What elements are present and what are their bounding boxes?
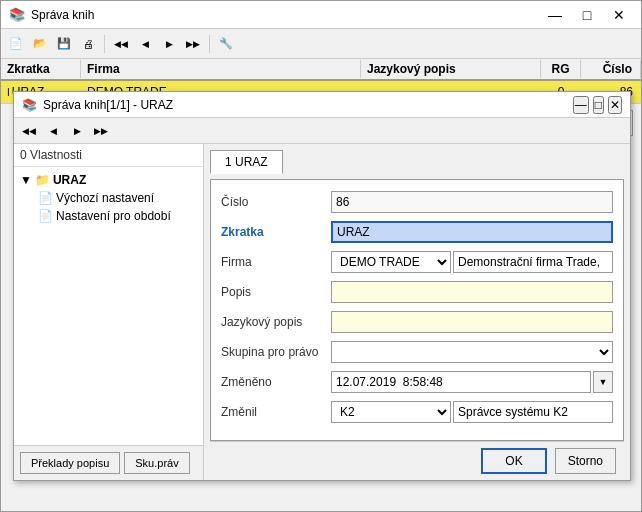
zmenil-extra-input[interactable]	[453, 401, 613, 423]
outer-maximize-button[interactable]: □	[573, 5, 601, 25]
zmeneno-row: ▼	[331, 371, 613, 393]
col-header-jazykovy: Jazykový popis	[361, 60, 541, 78]
skuprav-button[interactable]: Sku.práv	[124, 452, 189, 474]
zmeneno-dropdown-button[interactable]: ▼	[593, 371, 613, 393]
label-jazykovy: Jazykový popis	[221, 315, 331, 329]
form-row-zmenil: Změnil K2	[221, 400, 613, 424]
outer-toolbar: 📄 📂 💾 🖨 ◀◀ ◀ ▶ ▶▶ 🔧	[1, 29, 641, 59]
inner-last-button[interactable]: ▶▶	[90, 120, 112, 142]
outer-close-button[interactable]: ✕	[605, 5, 633, 25]
next-button[interactable]: ▶	[158, 33, 180, 55]
inner-ok-button[interactable]: OK	[481, 448, 546, 474]
form-row-popis: Popis	[221, 280, 613, 304]
row-cursor-icon: I	[7, 87, 10, 98]
outer-win-controls: — □ ✕	[541, 5, 633, 25]
input-jazykovy[interactable]	[331, 311, 613, 333]
input-popis[interactable]	[331, 281, 613, 303]
open-button[interactable]: 📂	[29, 33, 51, 55]
label-zkratka: Zkratka	[221, 225, 331, 239]
preklady-button[interactable]: Překlady popisu	[20, 452, 120, 474]
label-zmenil: Změnil	[221, 405, 331, 419]
inner-first-button[interactable]: ◀◀	[18, 120, 40, 142]
tree-child-label-1: Výchozí nastavení	[56, 191, 154, 205]
tab-bar: 1 URAZ	[210, 150, 624, 173]
toolbar-separator-1	[104, 35, 105, 53]
new-button[interactable]: 📄	[5, 33, 27, 55]
skupina-select[interactable]	[331, 341, 613, 363]
inner-maximize-button[interactable]: □	[593, 96, 604, 114]
outer-window: 📚 Správa knih — □ ✕ 📄 📂 💾 🖨 ◀◀ ◀ ▶ ▶▶ 🔧 …	[0, 0, 642, 512]
form-row-zmeneno: Změněno ▼	[221, 370, 613, 394]
tree-root-item[interactable]: ▼ 📁 URAZ	[18, 171, 199, 189]
tab-content: Číslo Zkratka Firma	[210, 179, 624, 441]
inner-window: 📚 Správa knih[1/1] - URAZ — □ ✕ ◀◀ ◀ ▶ ▶…	[13, 91, 631, 481]
tree-child-doc-icon-1: 📄	[38, 191, 53, 205]
col-header-rg: RG	[541, 60, 581, 78]
input-zmeneno[interactable]	[331, 371, 591, 393]
label-zmeneno: Změněno	[221, 375, 331, 389]
outer-minimize-button[interactable]: —	[541, 5, 569, 25]
inner-storno-button[interactable]: Storno	[555, 448, 616, 474]
form-row-jazykovy: Jazykový popis	[221, 310, 613, 334]
inner-toolbar: ◀◀ ◀ ▶ ▶▶	[14, 118, 630, 144]
inner-bottom-buttons: OK Storno	[210, 441, 624, 480]
input-zkratka[interactable]	[331, 221, 613, 243]
label-popis: Popis	[221, 285, 331, 299]
label-firma: Firma	[221, 255, 331, 269]
inner-titlebar: 📚 Správa knih[1/1] - URAZ — □ ✕	[14, 92, 630, 118]
firma-extra-input[interactable]	[453, 251, 613, 273]
col-header-cislo: Číslo	[581, 60, 641, 78]
inner-next-button[interactable]: ▶	[66, 120, 88, 142]
right-panel: 1 URAZ Číslo Zkratka	[204, 144, 630, 480]
zmenil-select[interactable]: K2	[331, 401, 451, 423]
label-skupina: Skupina pro právo	[221, 345, 331, 359]
outer-title-area: 📚 Správa knih	[9, 7, 94, 22]
input-cislo[interactable]	[331, 191, 613, 213]
first-button[interactable]: ◀◀	[110, 33, 132, 55]
zmenil-select-row: K2	[331, 401, 613, 423]
inner-book-icon: 📚	[22, 98, 37, 112]
tree-root-folder-icon: 📁	[35, 173, 50, 187]
col-header-zkratka: Zkratka	[1, 60, 81, 78]
inner-body: 0 Vlastnosti ▼ 📁 URAZ 📄 Výchozí nastaven…	[14, 144, 630, 480]
form-row-firma: Firma DEMO TRADE	[221, 250, 613, 274]
tree-child-doc-icon-2: 📄	[38, 209, 53, 223]
inner-window-title: Správa knih[1/1] - URAZ	[43, 98, 173, 112]
inner-title-area: 📚 Správa knih[1/1] - URAZ	[22, 98, 173, 112]
properties-header: 0 Vlastnosti	[14, 144, 203, 167]
tree-child-item-2[interactable]: 📄 Nastavení pro období	[18, 207, 199, 225]
tree-root-label: URAZ	[53, 173, 86, 187]
firma-select-row: DEMO TRADE	[331, 251, 613, 273]
outer-window-title: Správa knih	[31, 8, 94, 22]
inner-prev-button[interactable]: ◀	[42, 120, 64, 142]
book-icon-title: 📚	[9, 7, 25, 22]
inner-win-controls: — □ ✕	[573, 96, 622, 114]
prev-button[interactable]: ◀	[134, 33, 156, 55]
form-row-cislo: Číslo	[221, 190, 613, 214]
properties-tree: ▼ 📁 URAZ 📄 Výchozí nastavení 📄 Nastavení…	[14, 167, 203, 445]
inner-minimize-button[interactable]: —	[573, 96, 589, 114]
inner-close-button[interactable]: ✕	[608, 96, 622, 114]
outer-titlebar: 📚 Správa knih — □ ✕	[1, 1, 641, 29]
last-button[interactable]: ▶▶	[182, 33, 204, 55]
tree-child-item-1[interactable]: 📄 Výchozí nastavení	[18, 189, 199, 207]
form-row-skupina: Skupina pro právo	[221, 340, 613, 364]
form-row-zkratka: Zkratka	[221, 220, 613, 244]
tree-child-label-2: Nastavení pro období	[56, 209, 171, 223]
save-button[interactable]: 💾	[53, 33, 75, 55]
print-button[interactable]: 🖨	[77, 33, 99, 55]
table-header: Zkratka Firma Jazykový popis RG Číslo	[1, 59, 641, 81]
label-cislo: Číslo	[221, 195, 331, 209]
firma-select[interactable]: DEMO TRADE	[331, 251, 451, 273]
col-header-firma: Firma	[81, 60, 361, 78]
toolbar-separator-2	[209, 35, 210, 53]
tree-expand-icon: ▼	[20, 173, 32, 187]
tab-uraz[interactable]: 1 URAZ	[210, 150, 283, 174]
left-panel-buttons: Překlady popisu Sku.práv	[14, 445, 203, 480]
left-panel: 0 Vlastnosti ▼ 📁 URAZ 📄 Výchozí nastaven…	[14, 144, 204, 480]
settings-button[interactable]: 🔧	[215, 33, 237, 55]
